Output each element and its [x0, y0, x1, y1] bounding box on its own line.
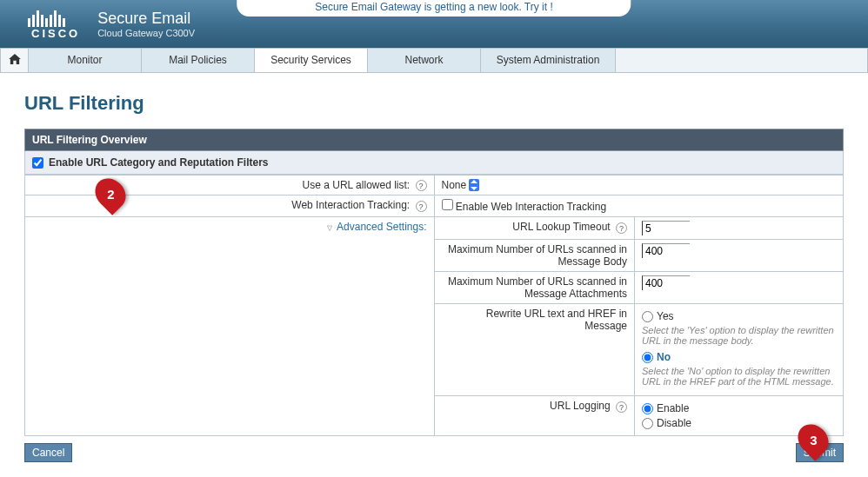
help-icon[interactable]: ?: [616, 222, 627, 234]
lookup-timeout-label: URL Lookup Timeout: [512, 221, 610, 233]
rewrite-no-label: No: [657, 351, 671, 363]
web-tracking-checkbox-label: Enable Web Interaction Tracking: [456, 201, 606, 213]
cancel-button[interactable]: Cancel: [24, 443, 72, 462]
chevron-updown-icon: [469, 179, 479, 191]
app-header: CISCO Secure Email Cloud Gateway C300V S…: [0, 0, 868, 48]
enable-row: Enable URL Category and Reputation Filte…: [24, 151, 844, 175]
rewrite-yes-label: Yes: [657, 310, 674, 322]
web-tracking-label: Web Interaction Tracking:: [291, 199, 410, 211]
product-sub: Cloud Gateway C300V: [97, 28, 195, 38]
url-logging-label: URL Logging: [550, 400, 611, 412]
help-icon[interactable]: ?: [616, 401, 627, 413]
lookup-timeout-label-cell: URL Lookup Timeout ?: [435, 217, 635, 240]
rewrite-no-hint: Select the 'No' option to display the re…: [642, 366, 836, 387]
logging-enable-label: Enable: [657, 402, 689, 414]
allowed-list-label-cell: Use a URL allowed list: ?: [25, 176, 435, 195]
allowed-list-select[interactable]: None: [442, 179, 480, 191]
rewrite-yes-hint: Select the 'Yes' option to display the r…: [642, 325, 836, 346]
rewrite-no-radio[interactable]: [642, 352, 653, 363]
web-tracking-checkbox[interactable]: [442, 199, 453, 210]
enable-url-filters-checkbox[interactable]: [32, 157, 43, 169]
help-icon[interactable]: ?: [416, 201, 427, 212]
product-name: Secure Email: [97, 10, 195, 28]
allowed-list-label: Use a URL allowed list:: [303, 179, 411, 191]
main-nav: Monitor Mail Policies Security Services …: [0, 48, 868, 73]
nav-network[interactable]: Network: [368, 49, 481, 72]
help-icon[interactable]: ?: [416, 180, 427, 191]
panel-header: URL Filtering Overview: [24, 129, 844, 151]
brand-name: CISCO: [31, 27, 80, 40]
rewrite-yes-radio[interactable]: [642, 311, 653, 322]
nav-security-services[interactable]: Security Services: [255, 49, 368, 72]
cisco-bars-icon: [28, 8, 80, 27]
nav-spacer: [616, 49, 867, 72]
max-urls-attach-input[interactable]: [642, 275, 690, 290]
cisco-logo: CISCO: [28, 8, 80, 40]
max-urls-body-label: Maximum Number of URLs scanned in Messag…: [435, 240, 635, 272]
logging-disable-radio[interactable]: [642, 418, 653, 429]
logging-disable-label: Disable: [657, 417, 691, 429]
nav-monitor[interactable]: Monitor: [29, 49, 142, 72]
logging-enable-radio[interactable]: [642, 403, 653, 414]
web-tracking-label-cell: Web Interaction Tracking: ?: [25, 195, 435, 217]
allowed-list-value: None: [442, 179, 467, 191]
lookup-timeout-input[interactable]: [642, 221, 690, 235]
page-title: URL Filtering: [24, 92, 844, 115]
max-urls-attach-label: Maximum Number of URLs scanned in Messag…: [435, 272, 635, 304]
max-urls-body-input[interactable]: [642, 243, 690, 258]
enable-url-filters-label: Enable URL Category and Reputation Filte…: [49, 156, 268, 169]
nav-system-administration[interactable]: System Administration: [481, 49, 616, 72]
nav-mail-policies[interactable]: Mail Policies: [142, 49, 255, 72]
announcement-banner[interactable]: Secure Email Gateway is getting a new lo…: [237, 0, 631, 17]
advanced-settings-label[interactable]: Advanced Settings:: [337, 221, 426, 233]
collapse-icon[interactable]: ▽: [327, 224, 332, 232]
home-icon[interactable]: [1, 49, 29, 72]
url-logging-label-cell: URL Logging ?: [435, 396, 635, 436]
product-block: Secure Email Cloud Gateway C300V: [97, 10, 195, 38]
rewrite-label: Rewrite URL text and HREF in Message: [435, 304, 635, 396]
